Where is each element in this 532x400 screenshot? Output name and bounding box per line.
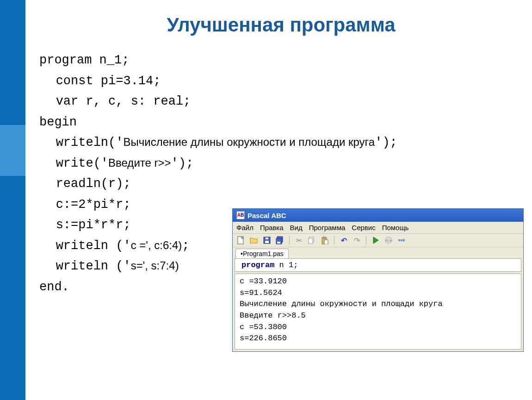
tab-bar: •Program1.pas <box>233 247 523 258</box>
code-line: writeln ('c =', c:6:4); <box>39 239 190 253</box>
menu-program[interactable]: Программа <box>309 224 346 231</box>
code-editor[interactable]: program n 1; <box>235 258 521 272</box>
open-file-icon[interactable] <box>249 236 259 245</box>
menu-edit[interactable]: Правка <box>260 224 284 231</box>
svg-rect-6 <box>277 242 280 244</box>
toolbar-separator <box>289 236 290 245</box>
code-line: writeln('Вычисление длины окружности и п… <box>39 136 397 150</box>
editor-text: n 1; <box>274 261 298 269</box>
menu-bar: Файл Правка Вид Программа Сервис Помощь <box>233 222 523 234</box>
cut-icon[interactable]: ✂ <box>294 236 303 245</box>
menu-help[interactable]: Помощь <box>382 224 409 231</box>
toolbar: ✂ ↶ ↷ STOP <box>233 234 523 247</box>
run-icon[interactable] <box>371 236 380 245</box>
slide-content: Улучшенная программа program n_1; const … <box>25 0 532 400</box>
redo-icon[interactable]: ↷ <box>352 236 361 245</box>
app-icon: AB <box>236 211 245 219</box>
window-title: Pascal ABC <box>247 212 286 219</box>
copy-icon[interactable] <box>307 236 316 245</box>
svg-rect-3 <box>266 238 268 239</box>
code-line: program n_1; <box>39 53 129 67</box>
stop-icon[interactable]: STOP <box>384 236 393 245</box>
code-line: c:=2*pi*r; <box>39 198 131 212</box>
tab-program1[interactable]: •Program1.pas <box>235 249 289 258</box>
svg-rect-11 <box>324 240 328 244</box>
code-line: const pi=3.14; <box>39 74 161 88</box>
step-icon[interactable] <box>397 236 406 245</box>
code-line: s:=pi*r*r; <box>39 218 131 232</box>
new-file-icon[interactable] <box>236 236 246 245</box>
undo-icon[interactable]: ↶ <box>339 236 348 245</box>
save-icon[interactable] <box>262 236 272 245</box>
toolbar-separator <box>334 236 334 245</box>
slide-title: Улучшенная программа <box>39 14 523 36</box>
code-line: write('Введите r>>'); <box>39 156 193 170</box>
menu-view[interactable]: Вид <box>290 224 303 231</box>
svg-rect-2 <box>265 241 269 243</box>
code-line: writeln ('s=', s:7:4) <box>39 259 179 273</box>
svg-rect-15 <box>401 239 402 241</box>
pascal-window: AB Pascal ABC Файл Правка Вид Программа … <box>232 208 524 352</box>
save-all-icon[interactable] <box>275 236 285 245</box>
menu-service[interactable]: Сервис <box>352 224 375 231</box>
svg-text:STOP: STOP <box>385 239 392 242</box>
svg-rect-8 <box>309 238 313 244</box>
svg-rect-14 <box>398 239 400 241</box>
code-line: readln(r); <box>39 177 131 191</box>
code-line: end. <box>39 280 69 294</box>
svg-rect-10 <box>323 237 325 238</box>
output-console: c =33.9120 s=91.5624 Вычисление длины ок… <box>235 274 521 350</box>
code-line: var r, c, s: real; <box>39 94 191 108</box>
side-band-accent <box>0 125 25 176</box>
side-band <box>0 0 25 400</box>
toolbar-separator <box>366 236 366 245</box>
window-titlebar: AB Pascal ABC <box>233 209 523 222</box>
editor-keyword: program <box>241 261 274 269</box>
code-line: begin <box>39 115 77 129</box>
paste-icon[interactable] <box>320 236 329 245</box>
menu-file[interactable]: Файл <box>236 224 254 231</box>
